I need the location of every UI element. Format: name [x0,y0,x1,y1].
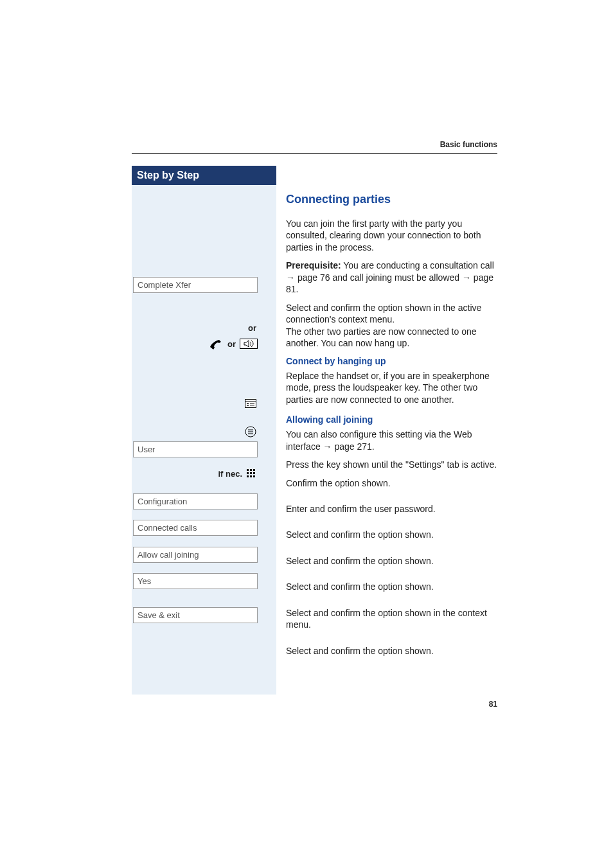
web-config-paragraph: You can also configure this setting via … [286,429,497,452]
menu-option-configuration[interactable]: Configuration [133,493,258,509]
sidebar-web-config-icon-row [132,399,256,411]
sidebar-or-inline: or [227,339,236,349]
yes-paragraph: Select and confirm the option shown in t… [286,607,497,631]
press-key-paragraph: Press the key shown until the "Settings"… [286,459,497,470]
svg-rect-3 [247,405,249,406]
page-number: 81 [489,700,497,709]
svg-rect-18 [253,475,255,477]
hangup-paragraph: Replace the handset or, if you are in sp… [286,370,497,405]
xfer-paragraph: Select and confirm the option shown in t… [286,302,497,350]
svg-rect-13 [247,472,249,474]
menu-option-user[interactable]: User [133,441,258,457]
connect-hangup-heading: Connect by hanging up [286,356,497,366]
settings-key-icon [245,426,256,438]
speaker-key-icon [240,339,258,349]
svg-rect-15 [253,472,255,474]
keypad-icon [246,468,256,479]
svg-rect-14 [250,472,252,474]
confirm-user-paragraph: Confirm the option shown. [286,477,497,489]
section-title: Connecting parties [286,193,497,206]
document-page: Basic functions Step by Step Complete Xf… [0,0,613,868]
svg-rect-11 [250,469,252,471]
sidebar-item-configuration: Configuration [133,493,258,509]
password-paragraph: Enter and confirm the user password. [286,503,497,515]
prerequisite-paragraph: Prerequisite: You are conducting a consu… [286,260,497,295]
menu-option-allow-call-joining[interactable]: Allow call joining [133,547,258,563]
sidebar-item-save-exit: Save & exit [133,607,258,623]
header-section-label: Basic functions [440,140,497,149]
menu-option-connected-calls[interactable]: Connected calls [133,520,258,536]
sidebar-item-user: User [133,441,258,457]
prerequisite-label: Prerequisite: [286,260,341,270]
svg-rect-16 [247,475,249,477]
main-content: Connecting parties You can join the firs… [286,166,497,663]
intro-paragraph: You can join the first party with the pa… [286,218,497,253]
connected-calls-paragraph: Select and confirm the option shown. [286,555,497,567]
sidebar-item-allow-call-joining: Allow call joining [133,547,258,563]
configuration-paragraph: Select and confirm the option shown. [286,529,497,540]
sidebar-item-yes: Yes [133,573,258,589]
web-config-icon [245,399,256,408]
svg-rect-2 [247,403,249,404]
menu-option-yes[interactable]: Yes [133,573,258,589]
allow-call-joining-paragraph: Select and confirm the option shown. [286,581,497,592]
sidebar-item-complete-xfer: Complete Xfer [133,277,258,293]
menu-option-save-exit[interactable]: Save & exit [133,607,258,623]
sidebar-title: Step by Step [132,166,276,185]
header-rule [132,153,497,154]
sidebar-ifnec: if nec. [132,468,256,479]
save-exit-paragraph: Select and confirm the option shown. [286,645,497,657]
svg-rect-12 [253,469,255,471]
svg-rect-10 [247,469,249,471]
menu-option-complete-xfer[interactable]: Complete Xfer [133,277,258,293]
allowing-call-joining-heading: Allowing call joining [286,414,497,425]
sidebar-settings-key-icon-row [132,426,256,440]
sidebar-or: or [132,323,256,333]
sidebar-handset-or-speaker: or [133,338,258,350]
step-sidebar: Step by Step Complete Xfer or or [132,166,276,695]
svg-rect-17 [250,475,252,477]
sidebar-item-connected-calls: Connected calls [133,520,258,536]
handset-icon [208,338,224,350]
ifnec-text: if nec. [218,469,242,479]
